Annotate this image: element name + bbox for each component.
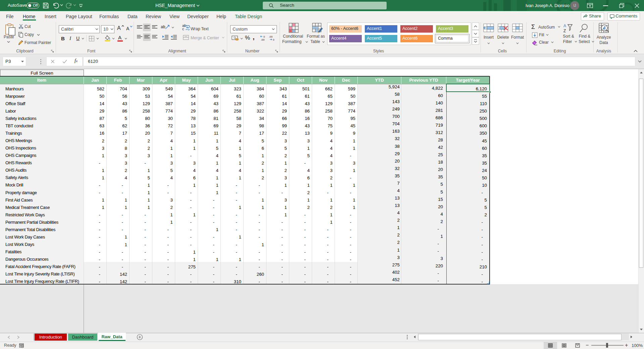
svg-text:A: A [563, 24, 566, 28]
svg-text:0: 0 [273, 38, 275, 41]
svg-text:0: 0 [263, 35, 265, 38]
svg-text:.00: .00 [269, 35, 273, 38]
svg-text:.00: .00 [261, 38, 265, 41]
svg-text:Z: Z [563, 29, 566, 33]
